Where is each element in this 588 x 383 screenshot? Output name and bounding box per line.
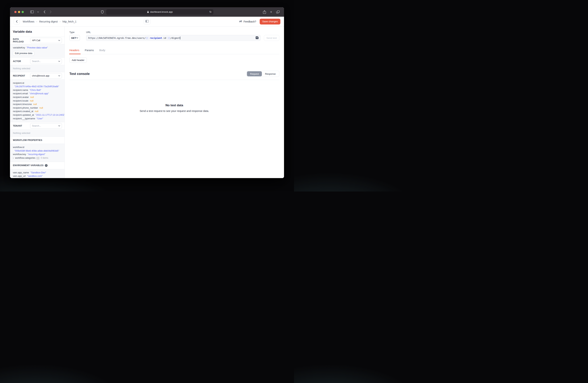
variable-row: recipient.email"chris@knock.app" <box>13 92 62 96</box>
back-button[interactable] <box>14 19 20 25</box>
actor-empty-text: Nothing selected <box>13 67 62 70</box>
add-header-button[interactable]: Add header <box>69 57 87 63</box>
chevron-down-icon <box>58 40 60 41</box>
type-label: Type <box>69 31 80 34</box>
breadcrumb-workflow-name[interactable]: Recurring digest <box>39 20 58 23</box>
variable-row: recipient.phone_numbernull <box>13 106 62 110</box>
variable-key: recipient.avatar <box>13 96 29 99</box>
recipient-label: RECIPIENT <box>13 75 25 77</box>
address-bar[interactable]: dashboard.knock.app ↻ <box>106 9 213 15</box>
send-test-button[interactable]: Send test <box>264 35 279 41</box>
toggle-response-button[interactable]: Response <box>262 71 279 76</box>
panel-layout-icon <box>146 20 149 23</box>
tab-body[interactable]: Body <box>99 49 105 54</box>
privacy-shield-icon[interactable] <box>101 10 104 14</box>
tenant-label: TENANT <box>13 125 22 127</box>
variable-row: recipient.name"Chris Bell" <box>13 88 62 92</box>
preview-value: "Preview data value" <box>26 46 48 50</box>
traffic-lights <box>14 11 24 13</box>
breadcrumb: Workflows › Recurring digest › http_fetc… <box>23 20 76 23</box>
text-cursor <box>180 37 180 39</box>
tenant-empty-text: Nothing selected <box>13 131 62 135</box>
zoom-window-button[interactable] <box>21 11 24 13</box>
empty-state: No test data Send a test request to see … <box>69 104 279 113</box>
breadcrumb-separator: › <box>60 20 61 23</box>
save-changes-button[interactable]: Save changes <box>260 19 280 24</box>
toggle-request-button[interactable]: Request <box>247 71 262 76</box>
tab-params[interactable]: Params <box>85 49 94 54</box>
feedback-link[interactable]: Feedback? <box>239 20 256 23</box>
tenant-row: TENANT Search... <box>10 122 64 130</box>
test-console-header: Test console Request Response <box>69 71 279 80</box>
recipient-select[interactable]: chris@knock.app <box>30 73 62 78</box>
titlebar-divider <box>35 10 36 14</box>
lock-icon <box>147 11 149 13</box>
data-payload-preview-band: variableKey "Preview data value" Edit pr… <box>10 44 64 58</box>
variable-value: [ ] <box>37 156 39 160</box>
environment-variables-label: ENVIRONMENT VARIABLES <box>13 164 43 167</box>
expand-toggle-icon[interactable]: › <box>13 156 14 160</box>
browser-back-icon[interactable] <box>43 10 45 13</box>
variable-value: "2021-11-17T17:13:14.240Z" <box>35 113 65 117</box>
insert-variable-icon[interactable] <box>255 36 259 40</box>
actor-label: ACTOR <box>13 60 21 63</box>
url-segment: id <box>164 37 166 39</box>
megaphone-icon <box>239 20 242 23</box>
url-input[interactable]: https://84c5df439d74.ngrok-free.dev/user… <box>86 35 261 41</box>
sidebar-title: Variable data <box>10 26 64 37</box>
panel-layout-toggle-button[interactable] <box>144 19 150 24</box>
data-payload-label: DATA PAYLOAD <box>13 38 30 43</box>
variable-key: recipient.id <box>13 81 24 85</box>
new-tab-icon[interactable]: + <box>270 10 272 14</box>
actor-placeholder: Search... <box>32 60 41 63</box>
variable-key: recipient.name <box>13 88 28 92</box>
variable-value-row: "16c1fd70-b49a-48d2-8256-73a2b9f18adb" <box>13 85 62 88</box>
empty-state-title: No test data <box>69 104 279 107</box>
address-bar-url: dashboard.knock.app <box>150 11 173 13</box>
share-icon[interactable] <box>263 10 266 14</box>
http-fetch-config-panel: Type GET URL https://84c5df439d74.ngrok-… <box>65 26 284 178</box>
sidebar-menu-chevron-icon[interactable] <box>37 11 39 13</box>
request-tabs: HeadersParamsBody <box>69 49 279 54</box>
variable-value: "chris@knock.app" <box>29 92 49 96</box>
tenant-select[interactable]: Search... <box>30 123 62 129</box>
variable-key: recipient.__typename <box>13 117 35 120</box>
empty-state-subtitle: Send a test request to see your request … <box>69 110 279 113</box>
data-payload-select[interactable]: API Call <box>30 38 62 43</box>
data-payload-row: DATA PAYLOAD API Call <box>10 37 64 44</box>
http-method-select[interactable]: GET <box>69 35 80 41</box>
http-method-value: GET <box>71 37 76 39</box>
variable-key: recipient.email <box>13 92 28 96</box>
tenant-placeholder: Search... <box>32 125 41 127</box>
variable-key: recipient.phone_number <box>13 106 38 110</box>
variable-key: recipient.timezone <box>13 102 32 106</box>
variable-value: "User" <box>37 117 43 120</box>
close-window-button[interactable] <box>14 11 17 13</box>
chevron-down-icon <box>58 61 60 62</box>
variable-row: vars.app_name"Sandbox-Dev" <box>13 171 62 174</box>
chevron-down-icon <box>58 125 60 126</box>
minimize-window-button[interactable] <box>18 11 20 13</box>
variable-row: workflow.key"recurring-digest" <box>13 153 62 156</box>
info-icon[interactable]: i <box>45 164 48 167</box>
browser-forward-icon[interactable] <box>50 10 52 13</box>
variable-meta: 0 items <box>41 156 48 160</box>
variable-value: null <box>39 106 43 110</box>
sidebar-toggle-icon[interactable] <box>30 11 34 13</box>
variable-key: workflow.id <box>13 145 24 149</box>
variable-key: recipient.created_at <box>13 110 33 113</box>
variable-key: workflow.categories <box>15 156 35 160</box>
actor-select[interactable]: Search... <box>30 58 62 64</box>
breadcrumb-separator: › <box>36 20 37 23</box>
variable-value: "sandbox.com" <box>27 174 42 178</box>
chevron-down-icon <box>58 75 60 76</box>
tab-headers[interactable]: Headers <box>69 49 79 54</box>
tab-overview-icon[interactable] <box>276 11 280 13</box>
edit-preview-data-button[interactable]: Edit preview data <box>13 51 34 56</box>
variable-row: vars.branding.icon_url <box>13 178 62 178</box>
variable-value: null <box>30 99 33 103</box>
feedback-label: Feedback? <box>244 20 256 23</box>
breadcrumb-workflows[interactable]: Workflows <box>23 20 34 23</box>
reload-icon[interactable]: ↻ <box>209 11 212 13</box>
variable-key: vars.branding.icon_url <box>13 178 36 178</box>
